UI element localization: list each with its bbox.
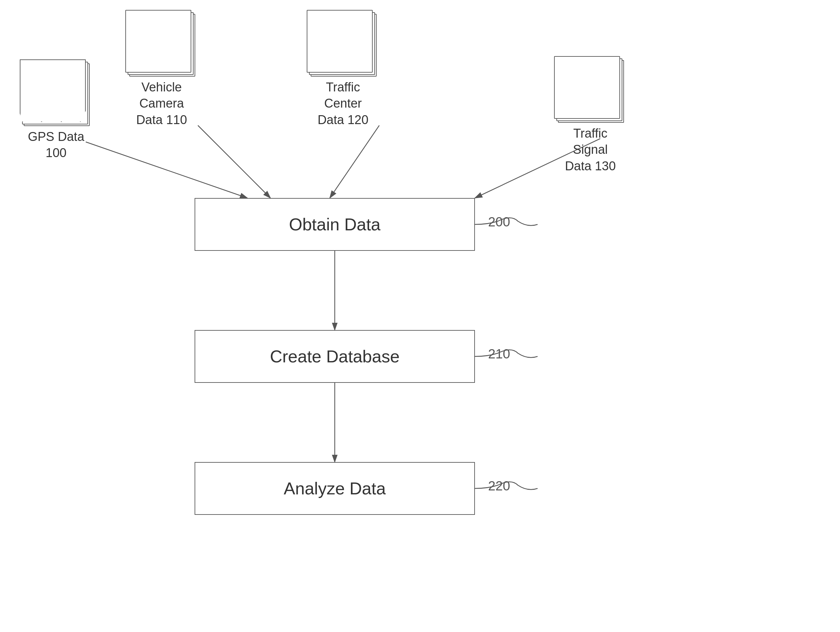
vehicle-camera-source: Vehicle Camera Data 110 bbox=[125, 10, 198, 128]
obtain-data-box: Obtain Data bbox=[194, 198, 475, 251]
traffic-signal-label: Traffic Signal Data 130 bbox=[565, 125, 616, 174]
traffic-center-to-obtain-line bbox=[330, 125, 379, 198]
gps-data-source: GPS Data 100 bbox=[20, 59, 92, 162]
vehicle-camera-label: Vehicle Camera Data 110 bbox=[136, 79, 187, 128]
traffic-center-papers bbox=[307, 10, 379, 76]
analyze-data-label: Analyze Data bbox=[284, 478, 385, 498]
ref-210: 210 bbox=[488, 347, 510, 361]
obtain-data-label: Obtain Data bbox=[289, 214, 381, 234]
ref-200: 200 bbox=[488, 214, 510, 230]
vehicle-paper-front bbox=[125, 10, 191, 73]
traffic-signal-paper-front bbox=[554, 56, 620, 119]
traffic-center-source: Traffic Center Data 120 bbox=[307, 10, 379, 128]
create-database-label: Create Database bbox=[270, 347, 399, 366]
gps-to-obtain-line bbox=[86, 142, 247, 198]
gps-paper-front bbox=[20, 59, 86, 122]
gps-data-label: GPS Data 100 bbox=[28, 129, 84, 162]
traffic-signal-papers bbox=[554, 56, 627, 122]
ref-220: 220 bbox=[488, 478, 510, 493]
gps-data-papers bbox=[20, 59, 92, 125]
vehicle-camera-papers bbox=[125, 10, 198, 76]
traffic-center-label: Traffic Center Data 120 bbox=[317, 79, 368, 128]
analyze-data-box: Analyze Data bbox=[194, 462, 475, 515]
traffic-center-paper-front bbox=[307, 10, 373, 73]
create-database-box: Create Database bbox=[194, 330, 475, 383]
traffic-signal-source: Traffic Signal Data 130 bbox=[554, 56, 627, 174]
vehicle-to-obtain-line bbox=[198, 125, 270, 198]
diagram-container: GPS Data 100 Vehicle Camera Data 110 Tra… bbox=[0, 0, 840, 632]
